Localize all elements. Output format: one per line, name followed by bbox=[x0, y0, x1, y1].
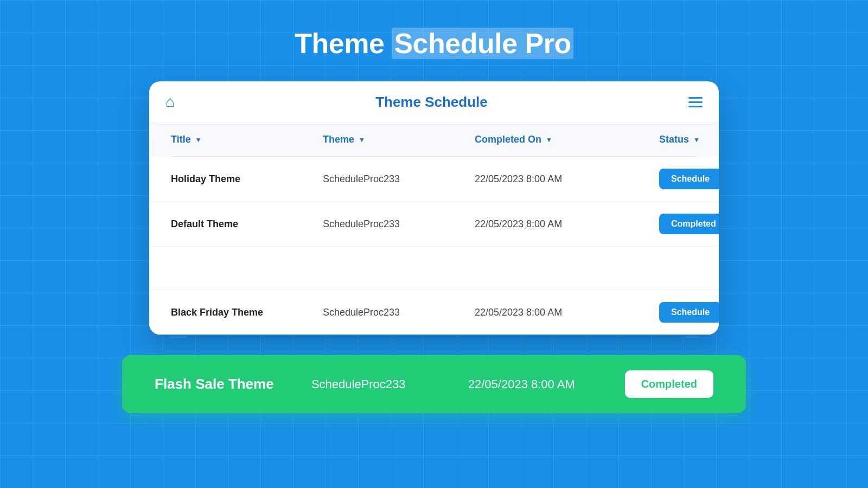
card: ⌂ Theme Schedule Title ▼ Theme ▼ bbox=[149, 81, 719, 335]
table-body: Holiday Theme ScheduleProc233 22/05/2023… bbox=[149, 157, 719, 335]
schedule-button[interactable]: Schedule bbox=[659, 169, 719, 189]
schedule-button[interactable]: Schedule bbox=[659, 302, 719, 323]
row-status: Schedule bbox=[659, 302, 719, 323]
completed-button[interactable]: Completed bbox=[659, 214, 719, 234]
home-icon[interactable]: ⌂ bbox=[165, 93, 175, 111]
row-title: Holiday Theme bbox=[171, 174, 323, 185]
row-theme: ScheduleProc233 bbox=[323, 174, 475, 185]
completed-on-sort-icon[interactable]: ▼ bbox=[546, 136, 552, 144]
row-status: Completed bbox=[659, 214, 719, 234]
flash-date: 22/05/2023 8:00 AM bbox=[468, 377, 625, 391]
col-header-theme: Theme ▼ bbox=[323, 134, 475, 145]
row-theme: ScheduleProc233 bbox=[323, 307, 475, 318]
flash-completed-button[interactable]: Completed bbox=[625, 370, 713, 398]
row-title: Default Theme bbox=[171, 219, 323, 230]
flash-title: Flash Sale Theme bbox=[155, 376, 311, 393]
table-area: Title ▼ Theme ▼ Completed On ▼ Status ▼ bbox=[149, 123, 719, 335]
app-title: Theme Schedule Pro bbox=[295, 27, 573, 60]
table-headers: Title ▼ Theme ▼ Completed On ▼ Status ▼ bbox=[149, 123, 719, 156]
title-sort-icon[interactable]: ▼ bbox=[195, 136, 202, 144]
col-header-title: Title ▼ bbox=[171, 134, 323, 145]
row-status: Schedule bbox=[659, 169, 719, 189]
menu-icon[interactable] bbox=[688, 97, 703, 107]
row-title: Black Friday Theme bbox=[171, 307, 323, 318]
flash-theme: ScheduleProc233 bbox=[311, 377, 468, 391]
table-row: Holiday Theme ScheduleProc233 22/05/2023… bbox=[149, 157, 719, 202]
table-row: Default Theme ScheduleProc233 22/05/2023… bbox=[149, 202, 719, 247]
col-header-status: Status ▼ bbox=[659, 134, 719, 145]
row-date: 22/05/2023 8:00 AM bbox=[475, 307, 659, 318]
row-date: 22/05/2023 8:00 AM bbox=[475, 174, 659, 185]
row-theme: ScheduleProc233 bbox=[323, 219, 475, 230]
row-date: 22/05/2023 8:00 AM bbox=[475, 219, 659, 230]
card-header: ⌂ Theme Schedule bbox=[149, 81, 719, 123]
table-row: Black Friday Theme ScheduleProc233 22/05… bbox=[149, 290, 719, 335]
flash-sale-row: Flash Sale Theme ScheduleProc233 22/05/2… bbox=[122, 355, 746, 413]
status-sort-icon[interactable]: ▼ bbox=[693, 136, 700, 144]
theme-sort-icon[interactable]: ▼ bbox=[359, 136, 365, 144]
table-row-flash-placeholder bbox=[149, 247, 719, 290]
main-card-container: Flash Sale Theme ScheduleProc233 22/05/2… bbox=[149, 81, 719, 335]
col-header-completed-on: Completed On ▼ bbox=[475, 134, 659, 145]
card-title: Theme Schedule bbox=[375, 94, 488, 111]
